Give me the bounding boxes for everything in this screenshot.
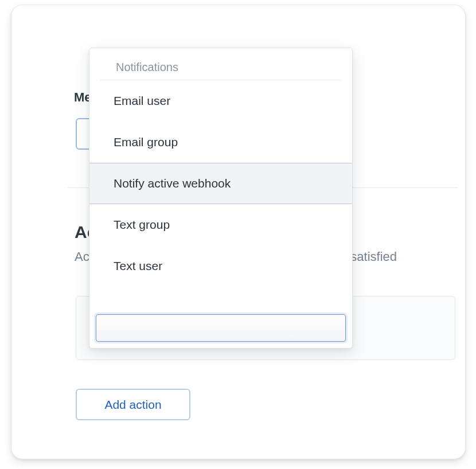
dropdown-item-label: Email group [114,135,178,148]
notifications-dropdown: Notifications Email user Email group Not… [89,48,353,349]
dropdown-item-label: Notify active webhook [114,177,231,190]
dropdown-item-notify-webhook[interactable]: Notify active webhook [89,163,352,204]
add-action-button[interactable]: Add action [76,389,190,420]
add-action-label: Add action [104,398,161,412]
dropdown-item-text-group[interactable]: Text group [89,204,352,245]
dropdown-list: Email user Email group Notify active web… [89,80,352,314]
app-frame: Me Ac Ac e satisfied Add action Notifica… [11,5,466,459]
dropdown-item-label: Text group [114,218,170,231]
dropdown-search-input[interactable] [96,314,346,342]
dropdown-item-label: Text user [114,259,162,272]
dropdown-item-text-user[interactable]: Text user [89,245,352,287]
dropdown-item-label: Email user [114,94,170,107]
dropdown-item-email-group[interactable]: Email group [89,122,352,163]
dropdown-input-container [89,314,352,348]
dropdown-item-email-user[interactable]: Email user [89,80,352,122]
actions-description-prefix: Ac [75,249,89,264]
dropdown-header: Notifications [100,48,342,80]
